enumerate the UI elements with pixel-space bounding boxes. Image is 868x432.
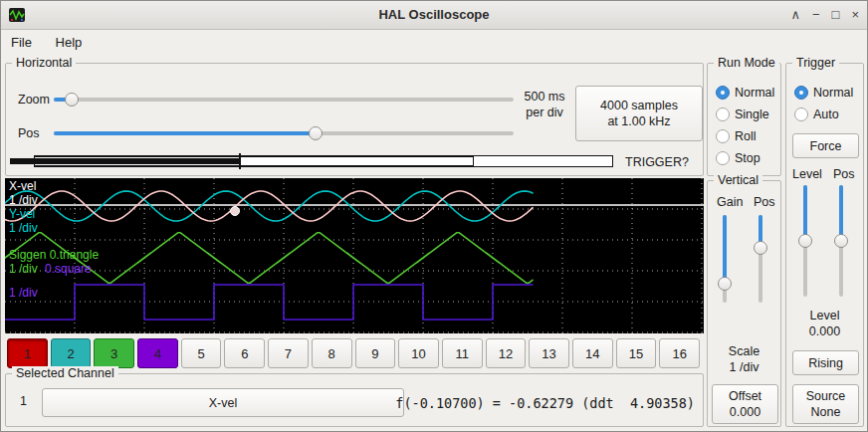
trigger-level-caption: Level <box>786 309 863 323</box>
window-title: HAL Oscilloscope <box>1 1 867 29</box>
trigger-pos-slider[interactable] <box>832 185 850 297</box>
zoom-slider-groove <box>54 98 514 102</box>
force-button[interactable]: Force <box>792 133 859 158</box>
pos-slider-handle[interactable] <box>309 126 323 140</box>
runmode-radio-normal[interactable]: Normal <box>716 86 774 100</box>
channel-button-16[interactable]: 16 <box>659 338 700 368</box>
runmode-radio-roll[interactable]: Roll <box>716 129 757 143</box>
trigger-level-col-label: Level <box>792 167 822 181</box>
channel-button-8[interactable]: 8 <box>312 338 352 368</box>
run-mode-group: Run Mode Normal Single Roll Stop <box>707 63 781 176</box>
channel-button-11[interactable]: 11 <box>442 338 483 368</box>
channel-value-readout: f(-0.10700) = -0.62279 (ddt 4.90358) <box>395 395 695 411</box>
radio-icon <box>716 86 730 100</box>
channel-button-14[interactable]: 14 <box>572 338 613 368</box>
channel-button-15[interactable]: 15 <box>616 338 657 368</box>
zoom-slider[interactable] <box>54 91 514 108</box>
channel-button-6[interactable]: 6 <box>224 338 265 368</box>
runmode-radio-single[interactable]: Single <box>716 108 769 121</box>
horizontal-group-title: Horizontal <box>12 56 76 70</box>
timeline-filled <box>10 158 241 164</box>
channel-button-13[interactable]: 13 <box>529 338 569 368</box>
run-mode-group-title: Run Mode <box>714 56 779 70</box>
channel-button-2[interactable]: 2 <box>51 338 92 368</box>
channel-button-1[interactable]: 1 <box>7 338 48 368</box>
pos-slider-fill <box>54 131 316 135</box>
pos-label: Pos <box>18 126 40 140</box>
channel-button-3[interactable]: 3 <box>94 338 134 368</box>
channel-button-9[interactable]: 9 <box>355 338 396 368</box>
vertical-group-title: Vertical <box>714 173 762 187</box>
selected-channel-group: Selected Channel 1 X-vel f(-0.10700) = -… <box>5 373 704 427</box>
timeline-trigger-marker <box>239 153 241 169</box>
trigger-level-slider[interactable] <box>796 185 814 297</box>
radio-icon <box>716 151 730 165</box>
per-div-readout: 500 ms per div <box>516 89 573 120</box>
scale-value: 1 /div <box>708 360 780 374</box>
timeline-bar[interactable] <box>10 153 613 169</box>
scope-channel-label: X-vel <box>9 180 36 193</box>
gain-col-label: Gain <box>717 195 743 209</box>
radio-icon <box>794 108 808 121</box>
trigger-question-label: TRIGGER? <box>625 155 689 169</box>
shade-button[interactable]: ∧ <box>790 1 800 29</box>
trigger-pos-col-label: Pos <box>833 167 855 181</box>
menu-bar: File Help <box>1 30 867 56</box>
hal-oscilloscope-window: { "window": {"title": "HAL Oscilloscope"… <box>0 0 868 432</box>
channel-row: 12345678910111213141516 <box>7 338 700 368</box>
radio-icon <box>716 129 730 143</box>
vertical-pos-slider-handle[interactable] <box>754 241 767 255</box>
radio-icon <box>794 86 808 100</box>
samples-button[interactable]: 4000 samples at 1.00 kHz <box>575 86 703 141</box>
trigger-level-value: 0.000 <box>786 324 863 338</box>
scope-channel-label: 1 /div <box>9 263 38 276</box>
scale-caption: Scale <box>708 344 780 358</box>
trigger-group-title: Trigger <box>792 56 839 70</box>
channel-button-12[interactable]: 12 <box>486 338 527 368</box>
vertical-pos-col-label: Pos <box>754 195 775 209</box>
selected-channel-name-button[interactable]: X-vel <box>42 388 404 417</box>
scope-channel-label: 1 /div <box>9 287 38 300</box>
channel-button-5[interactable]: 5 <box>181 338 222 368</box>
selected-channel-number: 1 <box>20 394 27 408</box>
maximize-button[interactable]: □ <box>832 1 840 29</box>
vertical-pos-slider[interactable] <box>752 215 769 303</box>
trigger-pos-slider-handle[interactable] <box>834 234 848 248</box>
offset-button[interactable]: Offset 0.000 <box>712 384 778 424</box>
radio-icon <box>716 108 730 121</box>
pos-slider[interactable] <box>54 124 514 142</box>
trigger-level-slider-handle[interactable] <box>798 234 812 248</box>
scope-channel-label: Siggen 0.triangle <box>9 249 99 262</box>
horizontal-group: Horizontal Zoom 500 ms per div 4000 samp… <box>5 63 704 176</box>
trigger-radio-auto[interactable]: Auto <box>794 108 839 121</box>
close-button[interactable]: × <box>851 1 859 29</box>
trigger-edge-button[interactable]: Rising <box>792 350 859 375</box>
channel-button-4[interactable]: 4 <box>137 338 178 368</box>
zoom-label: Zoom <box>18 93 50 107</box>
channel-button-10[interactable]: 10 <box>398 338 439 368</box>
trigger-source-button[interactable]: Source None <box>792 384 859 424</box>
runmode-radio-stop[interactable]: Stop <box>716 151 760 165</box>
trigger-group: Trigger Normal Auto Force Level Pos Leve… <box>785 63 864 427</box>
selected-channel-group-title: Selected Channel <box>12 366 118 380</box>
menu-help[interactable]: Help <box>46 30 93 55</box>
scope-canvas <box>5 178 704 333</box>
scope-channel-label: Y-vel <box>9 208 35 221</box>
vertical-group: Vertical Gain Pos Scale 1 /div Offset 0.… <box>707 180 781 427</box>
trigger-radio-normal[interactable]: Normal <box>794 86 853 100</box>
zoom-slider-handle[interactable] <box>65 93 79 107</box>
scope-display[interactable]: X-vel1 /divY-vel1 /divSiggen 0.triangle1… <box>5 178 704 333</box>
gain-slider[interactable] <box>716 215 734 303</box>
channel-button-7[interactable]: 7 <box>268 338 309 368</box>
title-bar[interactable]: HAL Oscilloscope ∧ − □ × <box>1 1 867 30</box>
minimize-button[interactable]: − <box>812 1 820 29</box>
menu-file[interactable]: File <box>1 30 42 55</box>
scope-channel-label: 1 /div <box>9 222 38 235</box>
gain-slider-handle[interactable] <box>718 277 732 291</box>
scope-channel-label: 1 /div <box>9 194 38 207</box>
scope-channel-label: 0.square <box>45 263 92 276</box>
